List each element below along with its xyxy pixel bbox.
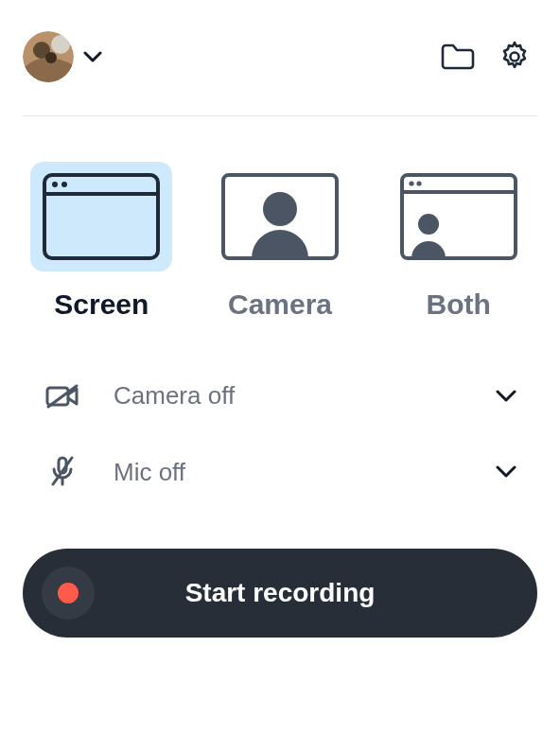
svg-point-14 bbox=[409, 181, 413, 185]
svg-point-5 bbox=[511, 53, 519, 61]
chevron-down-icon bbox=[83, 51, 102, 62]
svg-point-11 bbox=[263, 192, 297, 226]
chevron-down-icon bbox=[496, 465, 516, 479]
camera-option[interactable]: Camera off bbox=[44, 381, 516, 411]
svg-point-4 bbox=[45, 52, 57, 63]
mode-camera-label: Camera bbox=[228, 288, 332, 321]
header bbox=[23, 23, 537, 91]
mic-option-label: Mic off bbox=[114, 458, 185, 487]
avatar bbox=[23, 31, 74, 82]
divider bbox=[23, 115, 537, 116]
svg-rect-6 bbox=[44, 175, 158, 258]
svg-point-9 bbox=[61, 182, 67, 187]
svg-point-2 bbox=[51, 35, 70, 54]
device-options: Camera off Mic off bbox=[23, 381, 537, 488]
mode-screen-label: Screen bbox=[54, 288, 149, 321]
mic-option[interactable]: Mic off bbox=[44, 456, 516, 488]
folder-icon bbox=[441, 43, 475, 71]
camera-option-label: Camera off bbox=[114, 381, 235, 411]
gear-icon bbox=[498, 40, 532, 74]
settings-button[interactable] bbox=[492, 34, 537, 79]
mode-camera[interactable]: Camera bbox=[207, 162, 354, 321]
root: Screen Camera bbox=[0, 0, 560, 734]
camera-off-icon bbox=[44, 383, 81, 410]
svg-point-15 bbox=[416, 181, 421, 185]
mic-off-icon bbox=[44, 456, 81, 488]
svg-rect-17 bbox=[47, 388, 68, 405]
svg-point-16 bbox=[418, 214, 439, 235]
mode-both[interactable]: Both bbox=[385, 162, 532, 321]
profile-menu[interactable] bbox=[23, 31, 102, 82]
mode-selector: Screen Camera bbox=[23, 162, 537, 321]
chevron-down-icon bbox=[496, 390, 516, 403]
folder-button[interactable] bbox=[435, 34, 481, 79]
mode-both-label: Both bbox=[427, 288, 491, 321]
start-recording-label: Start recording bbox=[23, 578, 537, 608]
mode-screen[interactable]: Screen bbox=[28, 162, 175, 321]
start-recording-button[interactable]: Start recording bbox=[23, 549, 537, 638]
svg-point-8 bbox=[52, 182, 58, 187]
